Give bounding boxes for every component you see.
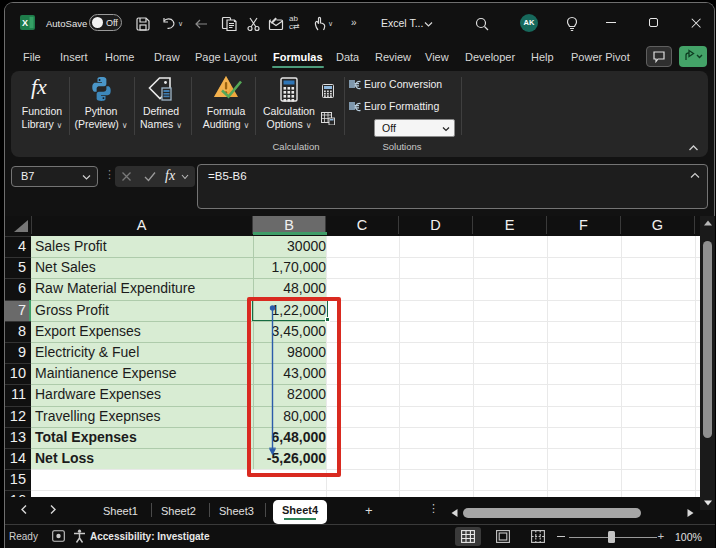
svg-text:X: X — [22, 18, 28, 28]
